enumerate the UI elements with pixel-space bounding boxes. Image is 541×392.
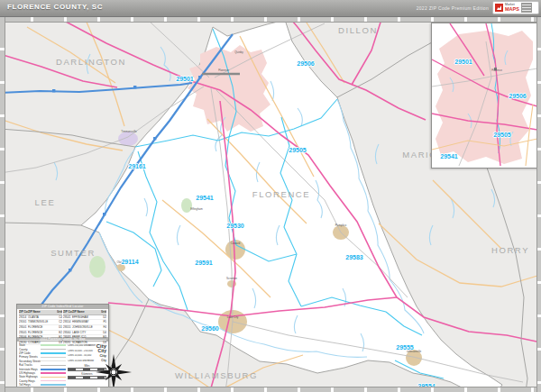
inset-zip-label-29501: 29501: [454, 59, 472, 65]
inset-town-label: Florence: [491, 68, 502, 72]
publisher-logo: Market MAPS: [492, 1, 539, 14]
map-frame-right: [536, 17, 541, 392]
logo-side-panel: [521, 3, 532, 13]
logo-mark-icon: [495, 4, 503, 12]
compass-rose-icon: [95, 353, 133, 391]
florence-city-inset-map: 29501295062950529541Florence: [431, 23, 540, 169]
map-frame-bottom: [0, 387, 541, 392]
title-bar: FLORENCE COUNTY, SC 2022 ZIP Code Premiu…: [0, 0, 541, 17]
inset-zip-label-29541: 29541: [440, 153, 457, 160]
zip-index-table: ZIP CodeZIP NameGrid29114OLANTAC429161TI…: [17, 309, 108, 337]
inset-zip-label-29505: 29505: [493, 132, 510, 138]
map-poster: { "header": { "title": "FLORENCE COUNTY,…: [0, 0, 541, 392]
inset-zip-label-29506: 29506: [509, 93, 526, 99]
map-frame-left: [0, 17, 5, 392]
edition-text: 2022 ZIP Code Premium Edition: [417, 5, 489, 11]
map-title: FLORENCE COUNTY, SC: [7, 3, 103, 11]
map-frame-top: [0, 17, 541, 23]
legend-symbol-list: StateCountyZIP CodePrimary StreetsSecond…: [19, 343, 66, 391]
inset-labels-layer: 29501295062950529541Florence: [432, 23, 537, 166]
